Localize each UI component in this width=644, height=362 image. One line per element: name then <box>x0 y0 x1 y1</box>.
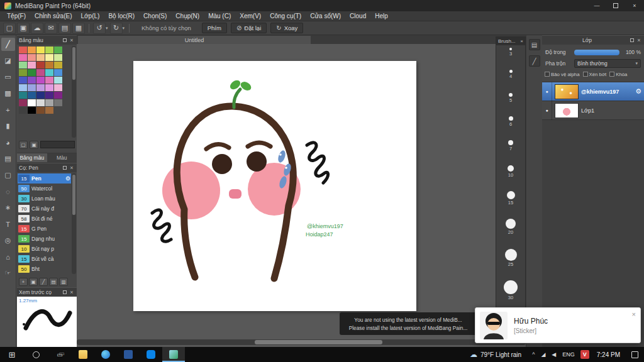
tool-button[interactable]: ▭ <box>1 70 15 84</box>
brush-item[interactable]: 15 G Pen ⚙ <box>18 224 71 234</box>
vietnamese-input-icon[interactable]: V <box>580 350 589 359</box>
close-icon[interactable]: × <box>69 37 75 43</box>
tray-icon[interactable]: ◢ <box>538 351 548 358</box>
brush-mini-button[interactable]: ╱ <box>39 278 48 286</box>
toolbar-icon-button[interactable]: ▤ <box>58 23 71 34</box>
color-swatch[interactable] <box>36 69 45 76</box>
dock-button[interactable]: ▤ <box>529 39 540 50</box>
toolbar-icon-button[interactable]: ▢ <box>3 23 16 34</box>
brush-size-option[interactable]: 6 <box>509 116 513 127</box>
brush-item[interactable]: 70 Cải này đ ⚙ <box>18 204 71 214</box>
tab-color[interactable]: Màu <box>47 153 77 162</box>
color-swatch[interactable] <box>54 77 62 84</box>
tool-button[interactable]: ⌂ <box>1 250 15 263</box>
color-swatch[interactable] <box>36 99 45 106</box>
undo-caret-icon[interactable]: ▾ <box>106 26 108 31</box>
brush-mini-button[interactable]: ▥ <box>59 278 68 286</box>
brush-list-scrollbar-thumb[interactable] <box>72 175 75 215</box>
color-swatch[interactable] <box>54 92 62 99</box>
redo-caret-icon[interactable]: ▾ <box>123 26 125 31</box>
menu-item[interactable]: Bộ lọc(R) <box>104 11 139 21</box>
color-swatch[interactable] <box>54 62 62 69</box>
brush-item[interactable]: 58 Bút đi né ⚙ <box>18 214 71 224</box>
tool-button[interactable]: ◪ <box>1 54 15 67</box>
undo-button[interactable]: ↺ <box>93 23 106 34</box>
rotate-view-button[interactable]: ↻Xoay <box>270 23 303 33</box>
tool-button[interactable]: ◕ <box>1 136 15 149</box>
canvas-tab[interactable]: Untitled <box>78 36 311 44</box>
redo-button[interactable]: ↻ <box>110 23 123 34</box>
reset-view-button[interactable]: ⊘Đặt lại <box>231 23 267 33</box>
taskbar-app-button[interactable] <box>94 347 117 362</box>
color-swatch[interactable] <box>45 47 53 53</box>
blend-mode-dropdown[interactable]: Bình thường ▾ <box>574 59 641 68</box>
message-notification[interactable]: Hữu Phúc [Sticker] × <box>475 307 641 343</box>
color-swatch[interactable] <box>45 69 53 76</box>
palette-mini-button[interactable]: ▢ <box>19 141 28 149</box>
color-swatch[interactable] <box>36 92 45 99</box>
taskbar-app-button[interactable] <box>117 347 140 362</box>
color-swatch[interactable] <box>19 62 27 69</box>
tool-button[interactable]: ☞ <box>1 266 15 280</box>
current-color-bar[interactable] <box>40 141 75 148</box>
tool-button[interactable]: ◎ <box>1 234 15 247</box>
color-swatch[interactable] <box>28 99 36 106</box>
taskbar-app-button[interactable] <box>72 347 94 362</box>
brush-settings-gear-icon[interactable]: ⚙ <box>65 175 70 182</box>
brush-size-option[interactable]: 4 <box>509 70 513 79</box>
color-swatch[interactable] <box>28 69 36 76</box>
color-swatch[interactable] <box>45 54 53 61</box>
maximize-button[interactable] <box>606 0 625 11</box>
tray-icon[interactable]: ^ <box>529 351 538 358</box>
brush-size-option[interactable]: 7 <box>508 140 513 151</box>
tool-button[interactable]: ∗ <box>1 201 15 214</box>
brush-size-option[interactable]: 3 <box>509 48 512 57</box>
color-swatch[interactable] <box>19 77 27 84</box>
color-swatch[interactable] <box>19 92 27 99</box>
color-swatch[interactable] <box>19 47 27 53</box>
taskbar-app-button[interactable] <box>140 347 162 362</box>
tool-button[interactable]: ▮ <box>1 119 15 133</box>
brush-size-option[interactable]: 5 <box>509 93 513 103</box>
tool-button[interactable]: ╱ <box>1 38 15 51</box>
menu-item[interactable]: Cloud <box>345 11 370 21</box>
color-swatch[interactable] <box>28 107 36 114</box>
brush-list-scrollbar[interactable] <box>72 173 76 274</box>
layer-item[interactable]: ● Lớp1 ⚙ <box>542 101 644 120</box>
menu-item[interactable]: Chụp(N) <box>171 11 204 21</box>
palette-mini-button[interactable]: ▣ <box>30 141 38 149</box>
brush-size-option[interactable]: 10 <box>508 165 514 178</box>
color-swatch[interactable] <box>28 47 36 53</box>
color-swatch[interactable] <box>28 62 36 69</box>
color-swatch[interactable] <box>36 62 45 69</box>
color-swatch[interactable] <box>54 69 62 76</box>
dock-button[interactable]: ╱ <box>529 55 540 67</box>
menu-item[interactable]: Màu (C) <box>204 11 235 21</box>
color-swatch[interactable] <box>45 62 53 69</box>
menu-item[interactable]: Tệp(F) <box>3 11 30 21</box>
menu-item[interactable]: Lớp(L) <box>77 11 104 21</box>
protect-alpha-checkbox[interactable]: Bảo vệ alpha <box>545 72 580 77</box>
color-swatch[interactable] <box>36 77 45 84</box>
brush-item[interactable]: 50 Watercol ⚙ <box>18 184 71 194</box>
color-swatch[interactable] <box>36 47 45 53</box>
search-button[interactable] <box>24 347 48 362</box>
color-swatch[interactable] <box>45 107 53 114</box>
tool-button[interactable]: ▤ <box>1 152 15 165</box>
color-swatch[interactable] <box>54 54 62 61</box>
close-button[interactable]: × <box>625 0 644 11</box>
palette-scrollbar[interactable] <box>72 46 76 138</box>
brush-size-option[interactable]: 30 <box>504 280 518 300</box>
toolbar-icon-button[interactable]: ✉ <box>45 23 57 34</box>
color-swatch[interactable] <box>19 107 27 114</box>
color-swatch[interactable] <box>19 84 27 91</box>
drawing-canvas[interactable]: @khiemvu197 Hoidap247 <box>133 61 416 311</box>
tool-button[interactable]: T <box>1 217 15 231</box>
popout-icon[interactable] <box>63 166 67 170</box>
color-swatch[interactable] <box>45 77 53 84</box>
color-swatch[interactable] <box>36 54 45 61</box>
color-swatch[interactable] <box>54 99 62 106</box>
color-swatch[interactable] <box>36 107 45 114</box>
action-center-button[interactable] <box>625 347 644 362</box>
brush-item[interactable]: 15 Bút vẽ cà ⚙ <box>18 254 71 264</box>
